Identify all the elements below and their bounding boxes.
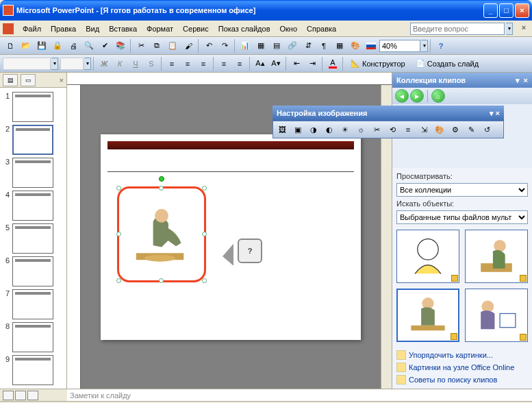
copy-icon[interactable]: ⧉ bbox=[149, 38, 164, 53]
zoom-dropdown[interactable]: ▾ bbox=[421, 40, 428, 52]
thumbnail-6[interactable]: 6 bbox=[0, 255, 66, 288]
thumbnail-1[interactable]: 1 bbox=[0, 90, 66, 123]
slides-tab[interactable]: ▭ bbox=[21, 74, 36, 86]
align-center-icon[interactable]: ≡ bbox=[180, 56, 195, 71]
menu-view[interactable]: Вид bbox=[81, 23, 104, 34]
document-icon[interactable] bbox=[3, 23, 14, 34]
new-slide-button[interactable]: 📄 Создать слайд bbox=[411, 56, 483, 71]
compress-icon[interactable]: ⇲ bbox=[416, 122, 431, 137]
insert-picture-icon[interactable]: 🖼 bbox=[275, 122, 290, 137]
thumbnail-3[interactable]: 3 bbox=[0, 156, 66, 189]
menu-file[interactable]: Файл bbox=[18, 23, 46, 34]
font-size-dd[interactable]: ▾ bbox=[84, 58, 91, 70]
grid-icon[interactable]: ▦ bbox=[332, 38, 347, 53]
flag-icon[interactable] bbox=[364, 38, 379, 53]
doc-close-button[interactable]: × bbox=[518, 23, 529, 34]
less-brightness-icon[interactable]: ☼ bbox=[353, 122, 368, 137]
bold-icon[interactable]: Ж bbox=[97, 56, 112, 71]
permission-icon[interactable]: 🔒 bbox=[50, 38, 65, 53]
ask-dropdown[interactable]: ▾ bbox=[506, 23, 513, 35]
color-mode-icon[interactable]: ▣ bbox=[290, 122, 305, 137]
increase-indent-icon[interactable]: ⇥ bbox=[305, 56, 320, 71]
shadow-icon[interactable]: S bbox=[144, 56, 159, 71]
menu-format[interactable]: Формат bbox=[142, 23, 178, 34]
table-icon[interactable]: ▦ bbox=[253, 38, 268, 53]
less-contrast-icon[interactable]: ◐ bbox=[322, 122, 337, 137]
rotate-left-icon[interactable]: ⟲ bbox=[385, 122, 400, 137]
more-contrast-icon[interactable]: ◑ bbox=[306, 122, 321, 137]
nav-back-icon[interactable]: ◄ bbox=[395, 89, 409, 103]
underline-icon[interactable]: Ч bbox=[128, 56, 143, 71]
paste-icon[interactable]: 📋 bbox=[165, 38, 180, 53]
thumbnail-8[interactable]: 8 bbox=[0, 321, 66, 354]
menu-tools[interactable]: Сервис bbox=[178, 23, 214, 34]
research-icon[interactable]: 📚 bbox=[113, 38, 128, 53]
more-brightness-icon[interactable]: ☀ bbox=[338, 122, 353, 137]
office-online-link[interactable]: Картинки на узле Office Online bbox=[396, 363, 528, 372]
save-icon[interactable]: 💾 bbox=[34, 38, 49, 53]
search-objects-select[interactable]: Выбранные типы файлов мульт bbox=[396, 210, 528, 224]
ask-question-input[interactable] bbox=[410, 23, 505, 35]
minimize-button[interactable]: _ bbox=[483, 3, 498, 18]
numbering-icon[interactable]: ≡ bbox=[216, 56, 231, 71]
tables-icon[interactable]: ▤ bbox=[269, 38, 284, 53]
color-icon[interactable]: 🎨 bbox=[348, 38, 363, 53]
increase-font-icon[interactable]: A▴ bbox=[253, 56, 268, 71]
clip-thumb-4[interactable] bbox=[465, 289, 528, 342]
font-size[interactable] bbox=[60, 58, 84, 70]
undo-icon[interactable]: ↶ bbox=[201, 38, 216, 53]
hyperlink-icon[interactable]: 🔗 bbox=[285, 38, 300, 53]
chart-icon[interactable]: 📊 bbox=[238, 38, 253, 53]
normal-view-icon[interactable] bbox=[3, 391, 14, 400]
sorter-view-icon[interactable] bbox=[15, 391, 26, 400]
format-picture-icon[interactable]: ⚙ bbox=[448, 122, 463, 137]
thumbnail-4[interactable]: 4 bbox=[0, 189, 66, 222]
recolor-icon[interactable]: 🎨 bbox=[432, 122, 447, 137]
zoom-input[interactable]: 40% bbox=[379, 40, 420, 52]
clip-thumb-3[interactable] bbox=[396, 289, 459, 342]
organize-link[interactable]: Упорядочить картинки... bbox=[396, 350, 528, 360]
nav-home-icon[interactable]: ⌂ bbox=[431, 89, 445, 103]
panel-menu-icon[interactable]: ▾ bbox=[516, 76, 520, 85]
maximize-button[interactable]: □ bbox=[499, 3, 514, 18]
slideshow-view-icon[interactable] bbox=[27, 391, 38, 400]
preview-icon[interactable]: 🔍 bbox=[81, 38, 97, 53]
browse-select[interactable]: Все коллекции bbox=[396, 183, 528, 197]
thumbnail-9[interactable]: 9 bbox=[0, 354, 66, 387]
new-icon[interactable]: 🗋 bbox=[3, 38, 18, 53]
spellcheck-icon[interactable]: ✔ bbox=[97, 38, 112, 53]
font-name-dd[interactable]: ▾ bbox=[51, 58, 58, 70]
thumbnail-2[interactable]: 2 bbox=[0, 123, 66, 156]
clip-thumb-1[interactable] bbox=[396, 230, 459, 283]
crop-icon[interactable]: ✂ bbox=[369, 122, 384, 137]
menu-help[interactable]: Справка bbox=[302, 23, 341, 34]
designer-button[interactable]: 📐 Конструктор bbox=[346, 56, 410, 71]
rotate-handle[interactable] bbox=[159, 176, 164, 182]
menu-slideshow[interactable]: Показ слайдов bbox=[214, 23, 275, 34]
picture-toolbar[interactable]: Настройка изображения ▾ × 🖼 ▣ ◑ ◐ ☀ ☼ ✂ … bbox=[273, 106, 504, 138]
transparent-icon[interactable]: ✎ bbox=[464, 122, 479, 137]
notes-pane[interactable]: Заметки к слайду bbox=[67, 389, 532, 401]
showall-icon[interactable]: ¶ bbox=[316, 38, 331, 53]
open-icon[interactable]: 📂 bbox=[18, 38, 34, 53]
outline-tab[interactable]: ▤ bbox=[3, 74, 18, 86]
decrease-indent-icon[interactable]: ⇤ bbox=[289, 56, 304, 71]
help-icon[interactable]: ? bbox=[433, 38, 448, 53]
line-style-icon[interactable]: ≡ bbox=[401, 122, 416, 137]
font-color-icon[interactable]: A bbox=[325, 56, 340, 71]
slide-canvas[interactable]: ? bbox=[101, 134, 361, 340]
callout-shape[interactable]: ? bbox=[238, 239, 262, 263]
decrease-font-icon[interactable]: A▾ bbox=[268, 56, 283, 71]
reset-picture-icon[interactable]: ↺ bbox=[479, 122, 494, 137]
redo-icon[interactable]: ↷ bbox=[217, 38, 232, 53]
panel-close-icon[interactable]: × bbox=[524, 76, 528, 84]
italic-icon[interactable]: К bbox=[112, 56, 127, 71]
nav-forward-icon[interactable]: ► bbox=[410, 89, 424, 103]
tips-link[interactable]: Советы по поиску клипов bbox=[396, 375, 528, 384]
menu-insert[interactable]: Вставка bbox=[104, 23, 142, 34]
thumbpanel-close[interactable]: × bbox=[60, 76, 64, 84]
expand-icon[interactable]: ⇵ bbox=[301, 38, 316, 53]
menu-edit[interactable]: Правка bbox=[46, 23, 81, 34]
menu-window[interactable]: Окно bbox=[275, 23, 303, 34]
close-button[interactable]: × bbox=[515, 3, 529, 18]
